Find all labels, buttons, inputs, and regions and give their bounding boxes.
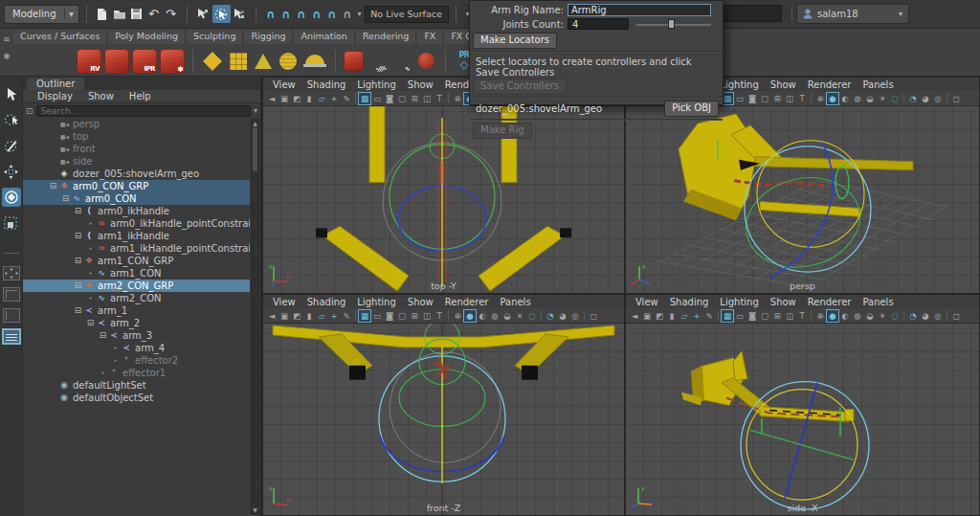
rotate-tool-button[interactable] — [2, 188, 21, 207]
isolate-select-icon[interactable]: ◎ — [932, 310, 944, 322]
slider-handle[interactable] — [668, 19, 675, 29]
viewport-side[interactable]: ViewShadingLightingShowRendererPanels ◄▣… — [625, 294, 980, 516]
menu-set-selector[interactable]: Modeling ▾ — [4, 5, 79, 24]
outliner-item[interactable]: effector1 — [23, 367, 250, 379]
camera-attributes-icon[interactable]: ◩ — [291, 93, 302, 104]
viewport-menu[interactable]: View — [630, 297, 664, 307]
bookmark-icon[interactable]: ▮ — [303, 310, 315, 322]
textured-icon[interactable]: ◐ — [477, 310, 488, 322]
move-tool-button[interactable] — [2, 162, 21, 181]
outliner-item[interactable]: arm_4 — [23, 342, 250, 354]
shaded-icon[interactable]: ● — [827, 310, 838, 322]
safe-action-icon[interactable]: ◫ — [784, 310, 795, 322]
field-chart-icon[interactable]: ⊞ — [409, 93, 420, 104]
gate-mask-icon[interactable]: ▢ — [396, 310, 408, 322]
expander-icon[interactable] — [73, 230, 83, 242]
safe-title-icon[interactable]: T — [796, 310, 808, 322]
fx-sphere-icon[interactable] — [414, 49, 437, 74]
undo-button[interactable]: ↶ — [145, 6, 163, 23]
expander-icon[interactable] — [73, 205, 83, 217]
viewport-menu[interactable]: Show — [402, 297, 439, 307]
viewport-front[interactable]: ViewShadingLightingShowRendererPanels ◄▣… — [262, 294, 625, 516]
shelf-tab[interactable]: Curves / Surfaces — [13, 30, 107, 44]
layout-two-pane-button[interactable] — [3, 308, 20, 323]
shelf-tab[interactable]: Poly Modeling — [108, 30, 186, 44]
lights-icon[interactable]: ◍ — [852, 310, 863, 322]
bookmark-icon[interactable]: ▮ — [666, 310, 678, 322]
exposure-icon[interactable]: ◔ — [907, 93, 919, 104]
lock-camera-icon[interactable]: ▣ — [641, 310, 653, 322]
outliner-item[interactable]: arm0_ikHandle_pointConstraint1 — [23, 217, 250, 230]
viewport-menu[interactable]: Lighting — [351, 79, 401, 90]
outliner-item[interactable]: dozer_005:shovelArm_geo — [23, 168, 250, 180]
gate-mask-icon[interactable]: ▢ — [759, 93, 770, 104]
safe-title-icon[interactable]: T — [434, 93, 445, 104]
lights-icon[interactable]: ◍ — [489, 310, 501, 322]
exposure-icon[interactable]: ◔ — [545, 310, 556, 322]
gate-mask-icon[interactable]: ▢ — [396, 93, 408, 104]
viewport-menu[interactable]: Show — [402, 79, 439, 90]
poly-dome-icon[interactable] — [302, 49, 327, 74]
expander-icon[interactable] — [110, 354, 121, 368]
shaded-icon[interactable]: ● — [464, 310, 476, 322]
viewport-menu[interactable]: Lighting — [714, 297, 764, 307]
ao-icon[interactable]: ☀ — [877, 93, 888, 104]
resolution-gate-icon[interactable]: ◙ — [384, 310, 395, 322]
chevron-down-icon[interactable]: ▾ — [358, 10, 362, 18]
expander-icon[interactable] — [98, 329, 108, 342]
viewport-menu[interactable]: View — [267, 297, 301, 307]
poly-cube-icon[interactable] — [227, 49, 250, 74]
expander-icon[interactable] — [85, 242, 96, 256]
layout-single-pane-button[interactable] — [3, 266, 20, 280]
select-hierarchy-mode-button[interactable] — [194, 5, 212, 23]
motion-blur-icon[interactable]: ◌ — [526, 310, 538, 322]
field-chart-icon[interactable]: ⊞ — [771, 310, 783, 322]
outliner-item[interactable]: front — [23, 143, 250, 155]
motion-blur-icon[interactable]: ◌ — [889, 310, 901, 322]
lock-camera-icon[interactable]: ▣ — [278, 93, 290, 104]
field-chart-icon[interactable]: ⊞ — [771, 93, 783, 104]
outliner-item[interactable]: arm_1 — [23, 304, 250, 317]
bookmark-icon[interactable]: ▮ — [303, 93, 315, 104]
snap-to-view-planes-button[interactable]: ∩ — [324, 8, 340, 21]
render-view-icon[interactable]: RV — [77, 49, 101, 74]
outliner-scrollbar[interactable]: ▲ ▼ — [251, 119, 259, 514]
scrollbar-thumb[interactable] — [253, 127, 257, 171]
xray-icon[interactable]: ◻ — [950, 310, 962, 322]
snap-to-projected-center-button[interactable]: ∩ — [309, 8, 324, 21]
viewport-menu[interactable]: Shading — [301, 79, 352, 90]
outliner-item[interactable]: arm_3 — [23, 329, 250, 342]
image-plane-icon[interactable]: ▱ — [316, 93, 327, 104]
outliner-menu[interactable]: Show — [81, 91, 121, 101]
xray-icon[interactable]: ◻ — [950, 93, 962, 104]
shadows-icon[interactable]: ◒ — [864, 93, 876, 104]
outliner-item[interactable]: arm1_CON_GRP — [23, 255, 250, 267]
outliner-item[interactable]: arm0_ikHandle — [23, 205, 250, 217]
pan-zoom-icon[interactable]: + — [328, 93, 340, 104]
expander-icon[interactable] — [85, 292, 96, 305]
save-controllers-button[interactable]: Save Controllers — [473, 79, 567, 95]
select-camera-icon[interactable]: ◄ — [266, 93, 278, 104]
fx-cube-icon[interactable] — [344, 51, 364, 71]
joints-count-slider[interactable] — [636, 18, 711, 30]
field-chart-icon[interactable]: ⊞ — [409, 310, 420, 322]
gamma-icon[interactable]: ◕ — [557, 310, 568, 322]
outliner-item[interactable]: effector2 — [23, 354, 250, 367]
curl-curve-icon[interactable]: ∿ — [390, 49, 412, 74]
outliner-item[interactable]: arm2_CON_GRP — [23, 280, 250, 292]
select-camera-icon[interactable]: ◄ — [266, 310, 278, 322]
grid-icon[interactable]: ▦ — [359, 310, 370, 322]
pick-obj-button[interactable]: Pick OBJ — [664, 101, 719, 117]
outliner-item[interactable]: arm0_CON_GRP — [23, 180, 250, 192]
isolate-select-icon[interactable]: ◎ — [569, 310, 581, 322]
ao-icon[interactable]: ☀ — [877, 310, 888, 322]
select-camera-icon[interactable]: ◄ — [629, 310, 640, 322]
resolution-gate-icon[interactable]: ◙ — [384, 93, 395, 104]
grease-pencil-icon[interactable]: ✎ — [703, 310, 715, 322]
poly-cone-icon[interactable] — [253, 49, 274, 74]
open-scene-button[interactable] — [111, 6, 128, 23]
image-plane-icon[interactable]: ▱ — [679, 310, 690, 322]
grease-pencil-icon[interactable]: ✎ — [341, 310, 352, 322]
resolution-gate-icon[interactable]: ◙ — [746, 310, 758, 322]
grid-icon[interactable]: ▦ — [722, 310, 733, 322]
